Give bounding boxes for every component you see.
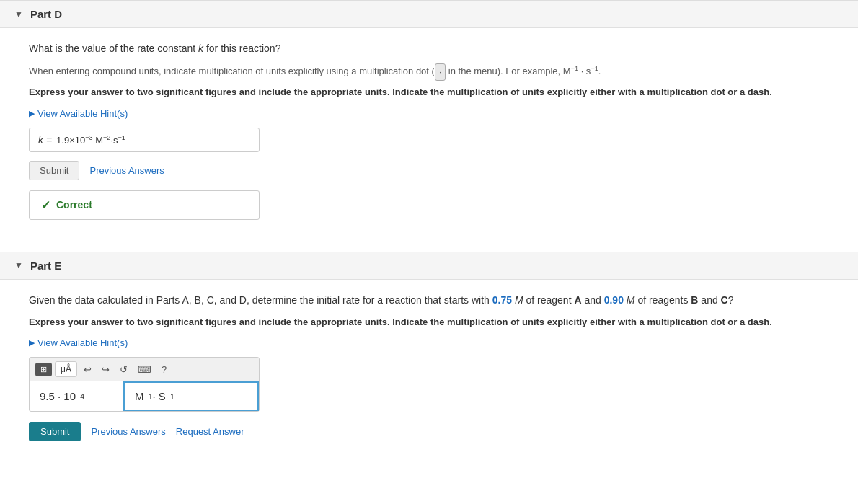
part-d-answer-box: k = 1.9×10−3 M−2·s−1: [29, 128, 260, 152]
part-d-question: What is the value of the rate constant k…: [29, 41, 829, 56]
part-e-title: Part E: [30, 260, 61, 272]
toolbar-keyboard-button[interactable]: ⌨: [134, 362, 155, 377]
part-d-hint-label: View Available Hint(s): [37, 108, 128, 119]
math-unit-field[interactable]: M−1 · S−1: [123, 381, 259, 411]
toolbar-symbol-button[interactable]: ⊞: [35, 363, 52, 376]
toolbar-unit-label: μÅ: [61, 364, 71, 374]
math-input-row: 9.5 · 10−4 M−1 · S−1: [30, 381, 259, 411]
checkmark-icon: ✓: [41, 198, 50, 212]
toolbar-reset-button[interactable]: ↺: [116, 362, 131, 377]
unit-dot-button[interactable]: ·: [435, 63, 446, 81]
part-d-hint-arrow: ▶: [29, 109, 35, 118]
part-d-title: Part D: [30, 8, 62, 20]
part-d-previous-answers-link[interactable]: Previous Answers: [89, 165, 164, 176]
part-d-hint-link[interactable]: ▶ View Available Hint(s): [29, 108, 128, 119]
part-d-correct-label: Correct: [56, 199, 92, 211]
part-e-content: Given the data calculated in Parts A, B,…: [0, 280, 858, 469]
part-e-submit-button[interactable]: Submit: [29, 422, 81, 441]
part-e-section: ▼ Part E Given the data calculated in Pa…: [0, 252, 858, 469]
part-d-header: ▼ Part D: [0, 1, 858, 28]
part-e-header: ▼ Part E: [0, 252, 858, 280]
part-d-section: ▼ Part D What is the value of the rate c…: [0, 0, 858, 237]
toolbar-help-button[interactable]: ?: [158, 362, 170, 377]
part-d-collapse-arrow[interactable]: ▼: [14, 9, 23, 19]
part-e-value-075: 0.75: [492, 294, 512, 306]
part-d-submit-row: Submit Previous Answers: [29, 161, 829, 180]
math-value-field[interactable]: 9.5 · 10−4: [30, 383, 123, 410]
part-d-content: What is the value of the rate constant k…: [0, 28, 858, 237]
part-e-submit-row: Submit Previous Answers Request Answer: [29, 422, 829, 441]
part-e-previous-answers-link[interactable]: Previous Answers: [91, 426, 165, 437]
part-e-value-090: 0.90: [604, 294, 624, 306]
part-d-correct-box: ✓ Correct: [29, 190, 260, 220]
part-e-instruction2: Express your answer to two significant f…: [29, 315, 829, 330]
part-e-collapse-arrow[interactable]: ▼: [14, 260, 23, 270]
toolbar-undo-button[interactable]: ↩: [80, 362, 95, 377]
math-editor: ⊞ μÅ ↩ ↪ ↺ ⌨ ? 9.5 · 10−4 M−1: [29, 357, 260, 412]
part-e-request-answer-link[interactable]: Request Answer: [176, 426, 244, 437]
part-d-instruction2: Express your answer to two significant f…: [29, 85, 829, 100]
part-e-hint-link[interactable]: ▶ View Available Hint(s): [29, 337, 128, 348]
part-d-answer-label: k =: [38, 134, 52, 146]
math-toolbar: ⊞ μÅ ↩ ↪ ↺ ⌨ ?: [30, 358, 259, 381]
toolbar-unit-button[interactable]: μÅ: [55, 361, 77, 377]
part-e-hint-label: View Available Hint(s): [37, 337, 128, 348]
part-e-hint-arrow: ▶: [29, 338, 35, 348]
part-d-instruction1: When entering compound units, indicate m…: [29, 63, 829, 81]
toolbar-symbol-icon: ⊞: [40, 365, 47, 374]
part-d-submit-button[interactable]: Submit: [29, 161, 79, 180]
part-d-answer-value: 1.9×10−3 M−2·s−1: [56, 134, 125, 146]
part-e-question: Given the data calculated in Parts A, B,…: [29, 293, 829, 308]
toolbar-redo-button[interactable]: ↪: [98, 362, 113, 377]
